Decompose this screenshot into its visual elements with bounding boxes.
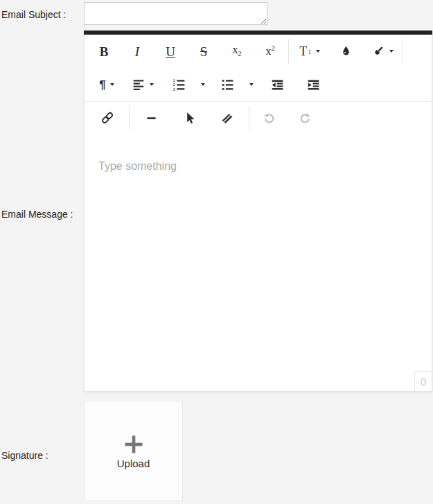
link-icon (100, 110, 115, 125)
editor-placeholder: Type something (98, 160, 177, 173)
superscript-button[interactable]: x2 (254, 37, 287, 65)
toolbar-row-2: ¶ 1 2 3 (85, 68, 432, 101)
cursor-arrow-icon (182, 111, 197, 125)
ordered-list-button[interactable]: 1 2 3 (165, 71, 193, 98)
unordered-list-dropdown-button[interactable] (241, 71, 262, 98)
strikethrough-glyph: S (200, 45, 208, 58)
paragraph-icon: ¶ (99, 79, 105, 91)
insert-link-button[interactable] (87, 104, 127, 132)
bold-glyph: B (100, 45, 109, 58)
outdent-icon (270, 78, 285, 92)
chevron-down-icon (316, 50, 320, 53)
minus-icon (144, 111, 159, 125)
editor-content-area[interactable]: Type something 0 (85, 134, 432, 391)
chevron-down-icon (389, 50, 394, 53)
clear-formatting-button[interactable] (207, 104, 247, 132)
rich-text-editor: B I U S x2 x2 T ↕ (84, 31, 432, 392)
ordered-list-icon: 1 2 3 (172, 78, 186, 92)
redo-icon (298, 111, 312, 125)
underline-glyph: U (166, 45, 175, 58)
subscript-glyph: x2 (233, 44, 242, 58)
text-color-button[interactable] (329, 37, 362, 65)
paragraph-format-button[interactable]: ¶ (89, 71, 125, 98)
align-button[interactable] (125, 71, 161, 98)
char-counter: 0 (414, 371, 432, 391)
subscript-button[interactable]: x2 (220, 37, 254, 65)
email-subject-label: Email Subject : (1, 9, 66, 20)
chevron-down-icon (249, 83, 254, 86)
plus-icon (122, 433, 145, 456)
undo-button[interactable] (251, 104, 287, 132)
chevron-down-icon (110, 83, 114, 86)
horizontal-line-button[interactable] (131, 104, 171, 132)
toolbar-separator (129, 105, 130, 130)
undo-icon (262, 111, 276, 125)
toolbar-separator (288, 39, 289, 64)
indent-button[interactable] (298, 71, 328, 98)
italic-button[interactable]: I (121, 37, 154, 65)
italic-glyph: I (135, 45, 139, 58)
align-left-icon (132, 78, 145, 92)
upload-label: Upload (117, 458, 150, 469)
eraser-icon (220, 110, 235, 125)
toolbar-separator (403, 39, 403, 64)
unordered-list-button[interactable] (213, 71, 241, 98)
font-size-button[interactable]: T ↕ (290, 37, 329, 65)
select-all-button[interactable] (171, 104, 207, 132)
email-subject-input[interactable] (84, 2, 267, 25)
outdent-button[interactable] (262, 71, 292, 98)
font-size-icon: T (299, 45, 307, 58)
paintbrush-icon (371, 44, 385, 59)
signature-label: Signature : (1, 450, 48, 461)
toolbar-separator (249, 105, 249, 130)
bullet-list-icon (220, 78, 235, 92)
bold-button[interactable]: B (87, 37, 121, 65)
redo-button[interactable] (287, 104, 323, 132)
superscript-glyph: x2 (266, 45, 275, 57)
email-form: Email Subject : B I U S x2 x2 (0, 0, 433, 504)
background-color-button[interactable] (362, 37, 401, 65)
toolbar-row-1: B I U S x2 x2 T ↕ (85, 35, 432, 68)
svg-text:3: 3 (173, 86, 175, 91)
indent-icon (306, 78, 321, 92)
email-message-label: Email Message : (1, 209, 73, 220)
ordered-list-dropdown-button[interactable] (193, 71, 213, 98)
strikethrough-button[interactable]: S (187, 37, 220, 65)
chevron-down-icon (201, 83, 205, 86)
underline-button[interactable]: U (154, 37, 187, 65)
updown-arrow-icon: ↕ (308, 47, 312, 55)
chevron-down-icon (150, 83, 154, 86)
droplet-icon (339, 44, 353, 59)
toolbar-row-3 (85, 101, 432, 134)
signature-upload-button[interactable]: Upload (84, 401, 183, 501)
